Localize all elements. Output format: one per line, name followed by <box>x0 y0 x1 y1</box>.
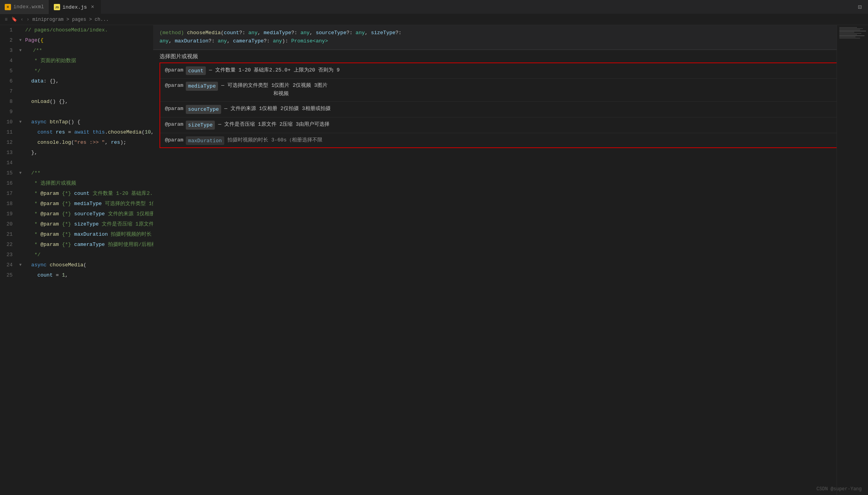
tooltip-title: 选择图片或视频 <box>153 50 868 62</box>
wxml-icon: ⊠ <box>5 4 11 10</box>
table-row: 13 }, <box>0 148 153 158</box>
tooltip-area: (method) chooseMedia(count?: any, mediaT… <box>153 25 868 495</box>
table-row: 15 ▼ /** <box>0 168 153 178</box>
tab-close-button[interactable]: × <box>89 3 95 11</box>
table-row: 8 onLoad() {}, <box>0 97 153 107</box>
table-row: 18 * @param {*} mediaType 可选择的文件类型 1仅图片 … <box>0 199 153 209</box>
table-row: 1 // pages/chooseMedia/index. <box>0 25 153 35</box>
table-row: 6 data: {}, <box>0 76 153 86</box>
table-row: 16 * 选择图片或视频 <box>0 178 153 189</box>
tooltip-param-sizetype: @param sizeType — 文件是否压缩 1原文件 2压缩 3由用户可选… <box>160 117 861 133</box>
bookmark-icon: 🔖 <box>11 16 17 22</box>
split-editor-button[interactable]: ⊡ <box>858 3 868 11</box>
table-row: 14 <box>0 158 153 168</box>
back-arrow-icon[interactable]: ‹ <box>20 17 23 22</box>
table-row: 25 count = 1, <box>0 270 153 280</box>
tooltip-param-maxduration: @param maxDuration 拍摄时视频的时长 3-60s（相册选择不限 <box>160 133 861 147</box>
table-row: 3 ▼ /** <box>0 46 153 56</box>
tab-bar: ⊠ index.wxml JS index.js × ⊡ <box>0 0 868 14</box>
table-row: 9 <box>0 107 153 117</box>
watermark: CSDN @super-Yang <box>817 486 862 492</box>
table-row: 10 ▼ async btnTap() { <box>0 117 153 127</box>
tab-wxml[interactable]: ⊠ index.wxml <box>0 0 49 14</box>
nav-back-icon[interactable]: ≡ <box>5 17 7 22</box>
tab-js[interactable]: JS index.js × <box>49 0 101 14</box>
main-layout: 1 // pages/chooseMedia/index. 2 ▼ Page({… <box>0 25 868 495</box>
table-row: 2 ▼ Page({ <box>0 35 153 46</box>
tooltip-param-count: @param count — 文件数量 1-20 基础库2.25.0+ 上限为2… <box>160 63 861 79</box>
table-row: 22 * @param {*} cameraType 拍摄时使用前/后相机 1后… <box>0 240 153 250</box>
table-row: 20 * @param {*} sizeType 文件是否压缩 1原文件 2压缩… <box>0 219 153 229</box>
table-row: 17 * @param {*} count 文件数量 1-20 基础库2.25.… <box>0 189 153 199</box>
forward-arrow-icon[interactable]: › <box>26 17 29 22</box>
code-lines: 1 // pages/chooseMedia/index. 2 ▼ Page({… <box>0 25 153 280</box>
table-row: 5 */ <box>0 66 153 76</box>
table-row: 24 ▼ async chooseMedia( <box>0 260 153 270</box>
tooltip-param-box: @param count — 文件数量 1-20 基础库2.25.0+ 上限为2… <box>159 62 862 148</box>
table-row: 12 console.log("res :>> ", res); <box>0 138 153 148</box>
table-row: 11 const res = await this.chooseMedia(10… <box>0 127 153 138</box>
breadcrumb: ≡ 🔖 ‹ › miniprogram > pages > ch... <box>0 14 868 25</box>
minimap <box>837 25 868 495</box>
tab-wxml-label: index.wxml <box>13 4 44 10</box>
table-row: 7 <box>0 86 153 97</box>
tooltip-param-sourcetype: @param sourceType — 文件的来源 1仅相册 2仅拍摄 3相册或… <box>160 102 861 117</box>
table-row: 4 * 页面的初始数据 <box>0 56 153 66</box>
tab-js-label: index.js <box>62 4 87 10</box>
tooltip-signature: (method) chooseMedia(count?: any, mediaT… <box>153 25 868 50</box>
code-editor: 1 // pages/chooseMedia/index. 2 ▼ Page({… <box>0 25 153 495</box>
tooltip-param-mediatype: @param mediaType — 可选择的文件类型 1仅图片 2仅视频 3图… <box>160 79 861 102</box>
table-row: 21 * @param {*} maxDuration 拍摄时视频的时长 3-6… <box>0 229 153 240</box>
table-row: 23 */ <box>0 250 153 260</box>
table-row: 19 * @param {*} sourceType 文件的来源 1仅相册 2仅… <box>0 209 153 219</box>
breadcrumb-text: miniprogram > pages > ch... <box>33 17 109 22</box>
js-icon: JS <box>54 4 60 10</box>
